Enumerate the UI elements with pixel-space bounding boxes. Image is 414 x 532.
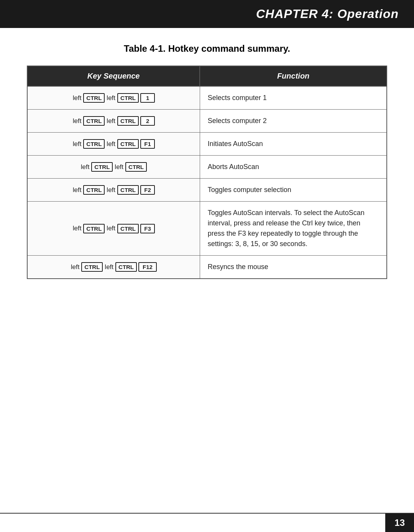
key-text-label: left xyxy=(81,163,90,171)
key-box-label: CTRL xyxy=(81,262,103,272)
function-cell: Toggles computer selection xyxy=(200,179,387,202)
key-text-label: left xyxy=(107,94,115,102)
col-header-key-sequence: Key Sequence xyxy=(27,66,200,86)
table-row: leftCTRLleftCTRLF12Resyncs the mouse xyxy=(27,256,387,279)
key-sequence-cell: leftCTRLleftCTRLF12 xyxy=(27,256,200,279)
key-box-label: CTRL xyxy=(117,185,139,195)
function-cell: Aborts AutoScan xyxy=(200,156,387,179)
page-number: 13 xyxy=(385,514,414,532)
key-text-label: left xyxy=(73,117,82,125)
key-text-label: left xyxy=(107,140,115,148)
function-cell: Selects computer 1 xyxy=(200,86,387,110)
key-sequence: leftCTRLleftCTRLF12 xyxy=(35,262,192,272)
key-box-label: F3 xyxy=(140,224,155,233)
table-row: leftCTRLleftCTRLF1Initiates AutoScan xyxy=(27,133,387,156)
key-box-label: F12 xyxy=(138,262,157,272)
key-text-label: left xyxy=(107,186,115,194)
function-cell: Selects computer 2 xyxy=(200,110,387,133)
table-row: leftCTRLleftCTRLAborts AutoScan xyxy=(27,156,387,179)
key-box-label: CTRL xyxy=(83,185,105,195)
hotkey-table: Key Sequence Function leftCTRLleftCTRL1S… xyxy=(27,66,387,279)
chapter-header: CHAPTER 4: Operation xyxy=(0,0,414,28)
key-text-label: left xyxy=(71,263,80,271)
key-text-label: left xyxy=(73,140,82,148)
key-box-label: F1 xyxy=(140,139,155,149)
table-caption: Table 4-1. Hotkey command summary. xyxy=(27,43,387,54)
key-box-label: CTRL xyxy=(115,262,137,272)
table-row: leftCTRLleftCTRL1Selects computer 1 xyxy=(27,86,387,110)
key-box-label: CTRL xyxy=(117,93,139,103)
key-box-label: 2 xyxy=(140,116,155,126)
key-text-label: left xyxy=(107,117,115,125)
table-row: leftCTRLleftCTRLF2Toggles computer selec… xyxy=(27,179,387,202)
col-header-function: Function xyxy=(200,66,387,86)
key-box-label: CTRL xyxy=(83,93,105,103)
key-sequence: leftCTRLleftCTRL1 xyxy=(35,93,192,103)
table-row: leftCTRLleftCTRLF3Toggles AutoScan inter… xyxy=(27,202,387,256)
key-box-label: CTRL xyxy=(83,139,105,149)
key-box-label: CTRL xyxy=(91,162,113,172)
key-box-label: CTRL xyxy=(117,139,139,149)
key-box-label: 1 xyxy=(140,93,155,103)
key-text-label: left xyxy=(107,225,115,232)
key-sequence-cell: leftCTRLleftCTRLF1 xyxy=(27,133,200,156)
page-footer: 13 xyxy=(0,513,414,532)
key-sequence-cell: leftCTRLleftCTRL2 xyxy=(27,110,200,133)
key-text-label: left xyxy=(115,163,123,171)
key-sequence-cell: leftCTRLleftCTRL1 xyxy=(27,86,200,110)
key-box-label: CTRL xyxy=(117,224,139,233)
key-sequence-cell: leftCTRLleftCTRLF3 xyxy=(27,202,200,256)
key-sequence-cell: leftCTRLleftCTRLF2 xyxy=(27,179,200,202)
key-sequence: leftCTRLleftCTRL xyxy=(35,162,192,172)
key-text-label: left xyxy=(73,225,82,232)
key-sequence-cell: leftCTRLleftCTRL xyxy=(27,156,200,179)
function-cell: Initiates AutoScan xyxy=(200,133,387,156)
function-cell: Resyncs the mouse xyxy=(200,256,387,279)
table-row: leftCTRLleftCTRL2Selects computer 2 xyxy=(27,110,387,133)
key-box-label: CTRL xyxy=(83,224,105,233)
key-sequence: leftCTRLleftCTRL2 xyxy=(35,116,192,126)
key-text-label: left xyxy=(73,94,82,102)
table-header-row: Key Sequence Function xyxy=(27,66,387,86)
key-text-label: left xyxy=(105,263,113,271)
key-box-label: CTRL xyxy=(83,116,105,126)
function-cell: Toggles AutoScan intervals. To select th… xyxy=(200,202,387,256)
key-box-label: CTRL xyxy=(125,162,147,172)
chapter-title: CHAPTER 4: Operation xyxy=(256,7,399,21)
key-sequence: leftCTRLleftCTRLF1 xyxy=(35,139,192,149)
main-content: Table 4-1. Hotkey command summary. Key S… xyxy=(0,28,414,294)
key-box-label: CTRL xyxy=(117,116,139,126)
key-text-label: left xyxy=(73,186,82,194)
key-box-label: F2 xyxy=(140,185,155,195)
key-sequence: leftCTRLleftCTRLF3 xyxy=(35,224,192,233)
key-sequence: leftCTRLleftCTRLF2 xyxy=(35,185,192,195)
